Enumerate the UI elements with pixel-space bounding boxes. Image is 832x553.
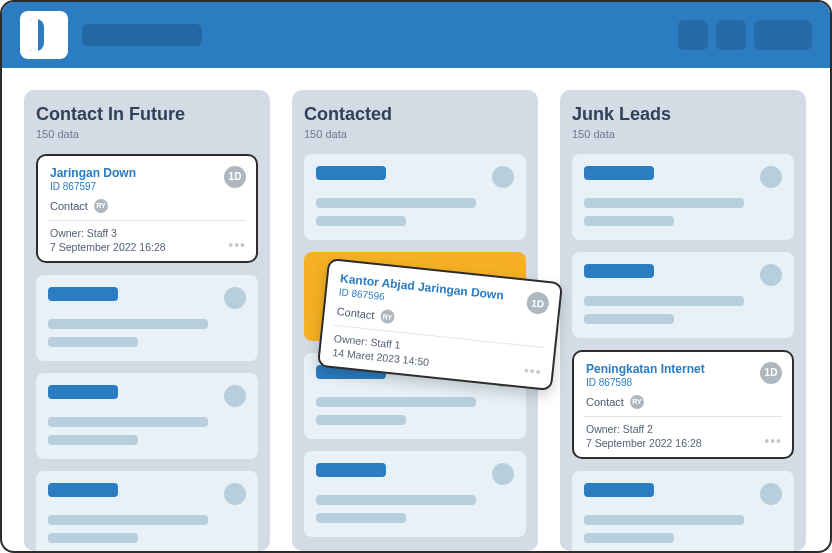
- lead-card-peningkatan-internet[interactable]: Peningkatan Internet ID 867598 1D Contac…: [572, 350, 794, 459]
- contact-avatar: RY: [94, 199, 108, 213]
- card-date: 7 September 2022 16:28: [586, 437, 780, 449]
- topbar-action-2[interactable]: [716, 20, 746, 50]
- more-icon[interactable]: •••: [764, 433, 782, 449]
- app-frame: Contact In Future 150 data Jaringan Down…: [0, 0, 832, 553]
- lead-card-jaringan-down[interactable]: Jaringan Down ID 867597 1D Contact RY Ow…: [36, 154, 258, 263]
- divider: [584, 416, 782, 417]
- lead-card-placeholder[interactable]: [304, 154, 526, 240]
- column-contact-in-future: Contact In Future 150 data Jaringan Down…: [24, 90, 270, 551]
- card-owner: Owner: Staff 2: [586, 423, 780, 435]
- topbar-action-1[interactable]: [678, 20, 708, 50]
- column-title: Junk Leads: [572, 104, 794, 126]
- contact-label: Contact: [50, 200, 88, 212]
- lead-card-placeholder[interactable]: [36, 471, 258, 551]
- column-title: Contact In Future: [36, 104, 258, 126]
- more-icon[interactable]: •••: [228, 237, 246, 253]
- divider: [48, 220, 246, 221]
- contact-label: Contact: [586, 396, 624, 408]
- lead-card-placeholder[interactable]: [572, 154, 794, 240]
- column-count: 150 data: [304, 128, 526, 140]
- topbar: [2, 2, 830, 68]
- card-title: Peningkatan Internet: [586, 362, 780, 376]
- topbar-action-3[interactable]: [754, 20, 812, 50]
- column-count: 150 data: [36, 128, 258, 140]
- column-title: Contacted: [304, 104, 526, 126]
- lead-card-placeholder[interactable]: [572, 252, 794, 338]
- day-badge: 1D: [224, 166, 246, 188]
- card-owner: Owner: Staff 3: [50, 227, 244, 239]
- contact-label: Contact: [336, 305, 375, 321]
- app-logo[interactable]: [20, 11, 68, 59]
- card-id: ID 867598: [586, 377, 780, 388]
- day-badge: 1D: [760, 362, 782, 384]
- card-id: ID 867597: [50, 181, 244, 192]
- title-placeholder: [82, 24, 202, 46]
- lead-card-placeholder[interactable]: [36, 373, 258, 459]
- lead-card-placeholder[interactable]: [36, 275, 258, 361]
- lead-card-placeholder[interactable]: [304, 451, 526, 537]
- more-icon[interactable]: •••: [523, 362, 542, 380]
- card-date: 7 September 2022 16:28: [50, 241, 244, 253]
- column-junk-leads: Junk Leads 150 data Peningkatan Internet…: [560, 90, 806, 551]
- contact-avatar: RY: [630, 395, 644, 409]
- lead-card-placeholder[interactable]: [572, 471, 794, 551]
- card-title: Jaringan Down: [50, 166, 244, 180]
- column-count: 150 data: [572, 128, 794, 140]
- contact-avatar: RY: [380, 309, 395, 324]
- topbar-actions: [678, 20, 812, 50]
